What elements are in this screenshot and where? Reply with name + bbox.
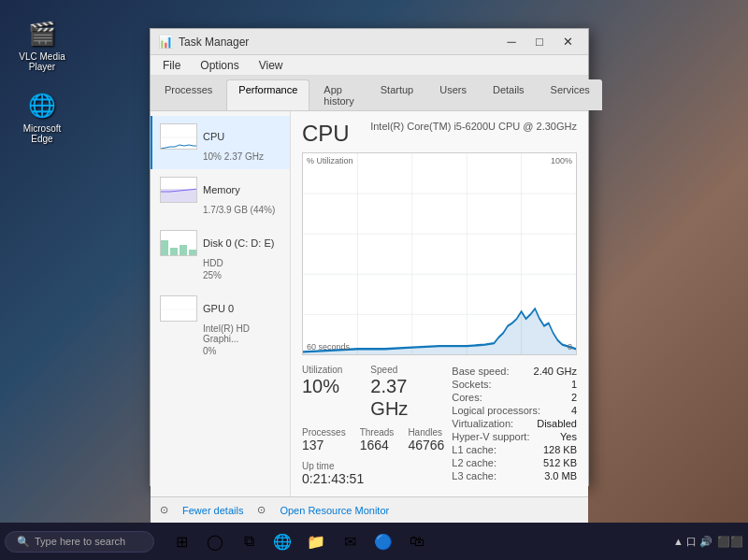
sidebar-item-gpu[interactable]: GPU 0 Intel(R) HD Graphi... 0% bbox=[151, 288, 290, 364]
sockets-row: Sockets: 1 bbox=[452, 378, 577, 391]
disk-sidebar-label: Disk 0 (C: D: E) bbox=[203, 237, 274, 249]
sidebar-item-memory[interactable]: Memory 1.7/3.9 GB (44%) bbox=[151, 169, 290, 223]
threads-value: 1664 bbox=[360, 438, 395, 453]
zero-label: 0 bbox=[568, 342, 572, 352]
processes-value: 137 bbox=[302, 438, 346, 453]
tab-performance[interactable]: Performance bbox=[226, 79, 309, 110]
disk-sidebar-sub: HDD bbox=[160, 258, 282, 268]
stats-left: Utilization 10% Speed 2.37 GHz bbox=[302, 365, 444, 487]
window-controls: ─ □ ✕ bbox=[498, 33, 581, 51]
svg-rect-9 bbox=[161, 296, 197, 322]
edge-label: Microsoft Edge bbox=[14, 123, 70, 144]
cpu-mini-graph bbox=[160, 123, 197, 150]
cpu-sidebar-label: CPU bbox=[203, 131, 224, 142]
tab-bar: Processes Performance App history Startu… bbox=[151, 76, 588, 111]
seconds-label: 60 seconds bbox=[307, 342, 350, 352]
monitor-icon: ⊙ bbox=[257, 504, 266, 516]
cpu-right-panel: CPU Intel(R) Core(TM) i5-6200U CPU @ 2.3… bbox=[291, 111, 588, 496]
tab-users[interactable]: Users bbox=[427, 79, 479, 110]
fewer-details-icon: ⊙ bbox=[160, 504, 168, 516]
gpu-sidebar-detail: 0% bbox=[160, 346, 282, 356]
utilization-label-stat: Utilization bbox=[302, 365, 342, 375]
memory-mini-graph bbox=[160, 177, 197, 203]
stats-right: Base speed: 2.40 GHz Sockets: 1 Cores: 2 bbox=[452, 365, 577, 487]
tab-startup[interactable]: Startup bbox=[368, 79, 425, 110]
speed-label: Speed bbox=[370, 365, 444, 375]
minimize-button[interactable]: ─ bbox=[498, 33, 525, 51]
taskbar: 🔍 Type here to search ⊞ ◯ ⧉ 🌐 📁 ✉ 🔵 🛍 ▲ … bbox=[0, 523, 748, 560]
taskbar-chrome[interactable]: 🔵 bbox=[370, 528, 396, 554]
svg-rect-7 bbox=[180, 245, 187, 256]
gpu-sidebar-sub: Intel(R) HD Graphi... bbox=[160, 323, 282, 344]
l1-cache-row: L1 cache: 128 KB bbox=[452, 443, 577, 456]
close-button[interactable]: ✕ bbox=[554, 33, 581, 51]
task-manager-window: 📊 Task Manager ─ □ ✕ File Options View P… bbox=[150, 28, 589, 486]
uptime-value: 0:21:43:51 bbox=[302, 471, 444, 487]
menu-view[interactable]: View bbox=[252, 57, 291, 74]
desktop-icons: 🎬 VLC Media Player 🌐 Microsoft Edge bbox=[14, 19, 70, 144]
gpu-sidebar-label: GPU 0 bbox=[203, 303, 234, 314]
memory-sidebar-label: Memory bbox=[203, 184, 240, 195]
utilization-value: 10% bbox=[302, 375, 342, 397]
utilization-label: % Utilization bbox=[307, 156, 353, 165]
sidebar-item-disk[interactable]: Disk 0 (C: D: E) HDD 25% bbox=[151, 223, 290, 288]
sidebar: CPU 10% 2.37 GHz Memo bbox=[151, 111, 291, 496]
stats-grid: Utilization 10% Speed 2.37 GHz bbox=[302, 365, 577, 487]
handles-label: Handles bbox=[408, 427, 444, 438]
processes-group: Processes 137 Threads 1664 Handles 46766 bbox=[302, 427, 444, 453]
vlc-label: VLC Media Player bbox=[14, 51, 70, 72]
sidebar-item-cpu[interactable]: CPU 10% 2.37 GHz bbox=[151, 116, 290, 169]
l3-cache-row: L3 cache: 3.0 MB bbox=[452, 469, 577, 482]
edge-icon[interactable]: 🌐 Microsoft Edge bbox=[14, 91, 70, 144]
cpu-sidebar-detail: 10% 2.37 GHz bbox=[160, 151, 282, 162]
taskbar-cortana[interactable]: ◯ bbox=[202, 528, 228, 554]
svg-rect-5 bbox=[161, 240, 168, 256]
max-label: 100% bbox=[551, 156, 572, 165]
svg-rect-8 bbox=[189, 250, 196, 256]
title-bar: 📊 Task Manager ─ □ ✕ bbox=[151, 29, 588, 55]
fewer-details-link[interactable]: Fewer details bbox=[182, 505, 243, 516]
tab-processes[interactable]: Processes bbox=[152, 79, 224, 110]
base-speed-row: Base speed: 2.40 GHz bbox=[452, 365, 577, 378]
taskbar-icons: ⊞ ◯ ⧉ 🌐 📁 ✉ 🔵 🛍 bbox=[168, 528, 430, 554]
window-title: Task Manager bbox=[179, 36, 498, 49]
main-content: CPU 10% 2.37 GHz Memo bbox=[151, 111, 588, 496]
taskbar-search[interactable]: 🔍 Type here to search bbox=[5, 531, 154, 553]
menu-file[interactable]: File bbox=[155, 57, 188, 74]
tab-app-history[interactable]: App history bbox=[311, 79, 366, 110]
taskbar-mail[interactable]: ✉ bbox=[337, 528, 363, 554]
utilization-group: Utilization 10% Speed 2.37 GHz bbox=[302, 365, 444, 420]
search-placeholder: Type here to search bbox=[35, 536, 125, 547]
tray-icons: ▲ 口 🔊 bbox=[673, 535, 712, 549]
hyperv-row: Hyper-V support: Yes bbox=[452, 430, 577, 443]
handles-value: 46766 bbox=[408, 438, 444, 453]
cpu-graph: % Utilization 100% 60 seconds 0 bbox=[302, 152, 577, 355]
virtualization-row: Virtualization: Disabled bbox=[452, 417, 577, 430]
disk-sidebar-detail: 25% bbox=[160, 270, 282, 280]
desktop: 🎬 VLC Media Player 🌐 Microsoft Edge 📊 Ta… bbox=[0, 0, 748, 560]
disk-mini-graph bbox=[160, 230, 197, 256]
taskbar-store[interactable]: 🛍 bbox=[404, 528, 430, 554]
bottom-bar: ⊙ Fewer details ⊙ Open Resource Monitor bbox=[151, 496, 588, 523]
panel-title: CPU bbox=[302, 121, 350, 147]
taskbar-multitask[interactable]: ⧉ bbox=[236, 528, 262, 554]
speed-value: 2.37 GHz bbox=[370, 375, 444, 420]
taskbar-start[interactable]: ⊞ bbox=[168, 528, 194, 554]
uptime-group: Up time 0:21:43:51 bbox=[302, 461, 444, 487]
tab-services[interactable]: Services bbox=[539, 79, 602, 110]
window-icon: 📊 bbox=[158, 35, 173, 50]
taskbar-files[interactable]: 📁 bbox=[303, 528, 329, 554]
processes-label: Processes bbox=[302, 427, 346, 438]
panel-processor: Intel(R) Core(TM) i5-6200U CPU @ 2.30GHz bbox=[370, 121, 577, 132]
menu-options[interactable]: Options bbox=[193, 57, 246, 74]
taskbar-tray: ▲ 口 🔊 ⬛⬛ bbox=[673, 535, 743, 549]
open-resource-monitor-link[interactable]: Open Resource Monitor bbox=[280, 505, 389, 516]
svg-rect-6 bbox=[170, 248, 178, 256]
maximize-button[interactable]: □ bbox=[526, 33, 553, 51]
vlc-icon[interactable]: 🎬 VLC Media Player bbox=[14, 19, 70, 72]
threads-label: Threads bbox=[360, 427, 395, 438]
tab-details[interactable]: Details bbox=[481, 79, 537, 110]
panel-header: CPU Intel(R) Core(TM) i5-6200U CPU @ 2.3… bbox=[302, 121, 577, 147]
menu-bar: File Options View bbox=[151, 55, 588, 76]
taskbar-edge[interactable]: 🌐 bbox=[269, 528, 295, 554]
